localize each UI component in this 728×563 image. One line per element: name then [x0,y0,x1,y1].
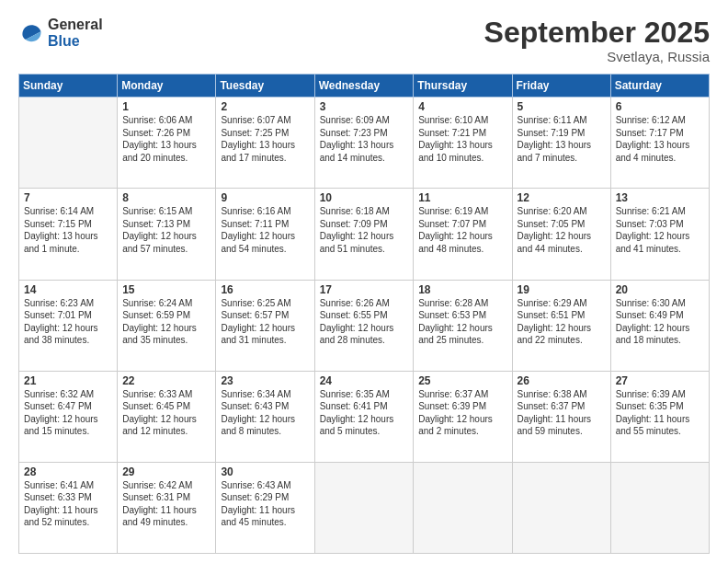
calendar-cell: 29Sunrise: 6:42 AMSunset: 6:31 PMDayligh… [118,462,216,553]
day-info: Sunrise: 6:35 AMSunset: 6:41 PMDaylight:… [320,388,409,438]
sunset-label: Sunset: 7:05 PM [518,219,586,229]
day-info: Sunrise: 6:29 AMSunset: 6:51 PMDaylight:… [518,297,606,347]
day-info: Sunrise: 6:30 AMSunset: 6:49 PMDaylight:… [616,297,704,347]
day-number: 25 [418,374,506,387]
calendar-cell [512,462,610,553]
calendar-week-row: 14Sunrise: 6:23 AMSunset: 7:01 PMDayligh… [19,280,710,371]
day-info: Sunrise: 6:28 AMSunset: 6:53 PMDaylight:… [418,297,506,347]
daylight-label: Daylight: 12 hours and 8 minutes. [221,414,295,437]
sunrise-label: Sunrise: 6:29 AM [518,298,587,308]
sunset-label: Sunset: 6:55 PM [320,310,388,320]
day-number: 30 [221,465,309,478]
logo-icon [18,20,44,46]
weekday-header-sunday: Sunday [19,75,118,98]
calendar-cell: 13Sunrise: 6:21 AMSunset: 7:03 PMDayligh… [610,189,709,280]
header: General Blue September 2025 Svetlaya, Ru… [18,17,710,64]
calendar-cell: 3Sunrise: 6:09 AMSunset: 7:23 PMDaylight… [314,98,414,189]
day-info: Sunrise: 6:15 AMSunset: 7:13 PMDaylight:… [122,205,210,255]
calendar-cell: 14Sunrise: 6:23 AMSunset: 7:01 PMDayligh… [19,280,118,371]
sunset-label: Sunset: 7:01 PM [24,310,92,320]
day-number: 12 [518,191,606,204]
sunset-label: Sunset: 6:57 PM [221,310,289,320]
sunrise-label: Sunrise: 6:41 AM [24,480,94,490]
sunset-label: Sunset: 7:15 PM [24,219,92,229]
calendar-cell [314,462,414,553]
day-number: 26 [518,374,606,387]
day-number: 2 [221,100,309,113]
day-info: Sunrise: 6:19 AMSunset: 7:07 PMDaylight:… [418,205,506,255]
day-info: Sunrise: 6:33 AMSunset: 6:45 PMDaylight:… [122,388,210,438]
calendar-week-row: 21Sunrise: 6:32 AMSunset: 6:47 PMDayligh… [19,371,710,462]
sunrise-label: Sunrise: 6:26 AM [320,298,390,308]
sunset-label: Sunset: 7:13 PM [122,219,190,229]
day-number: 23 [221,374,309,387]
sunrise-label: Sunrise: 6:25 AM [221,298,290,308]
sunset-label: Sunset: 6:29 PM [221,492,289,502]
sunset-label: Sunset: 7:17 PM [616,128,684,138]
sunset-label: Sunset: 7:19 PM [518,128,586,138]
sunset-label: Sunset: 7:26 PM [122,128,190,138]
calendar-cell: 21Sunrise: 6:32 AMSunset: 6:47 PMDayligh… [19,371,118,462]
calendar-cell: 17Sunrise: 6:26 AMSunset: 6:55 PMDayligh… [314,280,414,371]
calendar-header: SundayMondayTuesdayWednesdayThursdayFrid… [19,75,710,98]
daylight-label: Daylight: 12 hours and 38 minutes. [24,323,98,346]
day-number: 3 [320,100,409,113]
sunset-label: Sunset: 7:21 PM [418,128,486,138]
sunrise-label: Sunrise: 6:43 AM [221,480,290,490]
sunrise-label: Sunrise: 6:06 AM [122,115,192,125]
daylight-label: Daylight: 11 hours and 45 minutes. [221,505,295,528]
day-info: Sunrise: 6:18 AMSunset: 7:09 PMDaylight:… [320,205,409,255]
sunrise-label: Sunrise: 6:42 AM [122,480,192,490]
daylight-label: Daylight: 13 hours and 1 minute. [24,231,98,254]
day-info: Sunrise: 6:09 AMSunset: 7:23 PMDaylight:… [320,114,409,164]
calendar-week-row: 28Sunrise: 6:41 AMSunset: 6:33 PMDayligh… [19,462,710,553]
day-number: 8 [122,191,210,204]
daylight-label: Daylight: 12 hours and 22 minutes. [518,323,592,346]
calendar-cell: 22Sunrise: 6:33 AMSunset: 6:45 PMDayligh… [118,371,216,462]
daylight-label: Daylight: 12 hours and 15 minutes. [24,414,98,437]
day-info: Sunrise: 6:10 AMSunset: 7:21 PMDaylight:… [418,114,506,164]
sunset-label: Sunset: 6:41 PM [320,401,388,411]
daylight-label: Daylight: 12 hours and 35 minutes. [122,323,197,346]
sunset-label: Sunset: 7:09 PM [320,219,388,229]
day-number: 13 [616,191,704,204]
calendar-cell: 5Sunrise: 6:11 AMSunset: 7:19 PMDaylight… [512,98,610,189]
day-number: 19 [518,283,606,296]
calendar-cell: 23Sunrise: 6:34 AMSunset: 6:43 PMDayligh… [216,371,314,462]
sunrise-label: Sunrise: 6:18 AM [320,206,390,216]
day-info: Sunrise: 6:07 AMSunset: 7:25 PMDaylight:… [221,114,309,164]
calendar-cell [610,462,709,553]
logo-general-text: General [48,17,103,33]
daylight-label: Daylight: 12 hours and 28 minutes. [320,323,394,346]
daylight-label: Daylight: 12 hours and 2 minutes. [418,414,493,437]
day-number: 17 [320,283,409,296]
calendar-cell: 7Sunrise: 6:14 AMSunset: 7:15 PMDaylight… [19,189,118,280]
title-block: September 2025 Svetlaya, Russia [484,17,710,64]
sunrise-label: Sunrise: 6:38 AM [518,389,587,399]
calendar-cell: 8Sunrise: 6:15 AMSunset: 7:13 PMDaylight… [118,189,216,280]
sunrise-label: Sunrise: 6:07 AM [221,115,290,125]
sunrise-label: Sunrise: 6:12 AM [616,115,686,125]
day-info: Sunrise: 6:23 AMSunset: 7:01 PMDaylight:… [24,297,112,347]
sunrise-label: Sunrise: 6:21 AM [616,206,686,216]
sunrise-label: Sunrise: 6:37 AM [418,389,488,399]
day-info: Sunrise: 6:24 AMSunset: 6:59 PMDaylight:… [122,297,210,347]
day-number: 7 [24,191,112,204]
calendar-table: SundayMondayTuesdayWednesdayThursdayFrid… [18,74,710,554]
weekday-header-tuesday: Tuesday [216,75,314,98]
sunset-label: Sunset: 6:49 PM [616,310,684,320]
day-info: Sunrise: 6:39 AMSunset: 6:35 PMDaylight:… [616,388,704,438]
day-info: Sunrise: 6:16 AMSunset: 7:11 PMDaylight:… [221,205,309,255]
daylight-label: Daylight: 12 hours and 12 minutes. [122,414,197,437]
day-number: 22 [122,374,210,387]
day-info: Sunrise: 6:25 AMSunset: 6:57 PMDaylight:… [221,297,309,347]
day-info: Sunrise: 6:42 AMSunset: 6:31 PMDaylight:… [122,479,210,529]
sunset-label: Sunset: 6:53 PM [418,310,486,320]
sunset-label: Sunset: 6:31 PM [122,492,190,502]
day-info: Sunrise: 6:06 AMSunset: 7:26 PMDaylight:… [122,114,210,164]
calendar-cell: 18Sunrise: 6:28 AMSunset: 6:53 PMDayligh… [414,280,512,371]
calendar-body: 1Sunrise: 6:06 AMSunset: 7:26 PMDaylight… [19,98,710,554]
daylight-label: Daylight: 13 hours and 10 minutes. [418,140,493,163]
day-info: Sunrise: 6:43 AMSunset: 6:29 PMDaylight:… [221,479,309,529]
calendar-cell: 27Sunrise: 6:39 AMSunset: 6:35 PMDayligh… [610,371,709,462]
